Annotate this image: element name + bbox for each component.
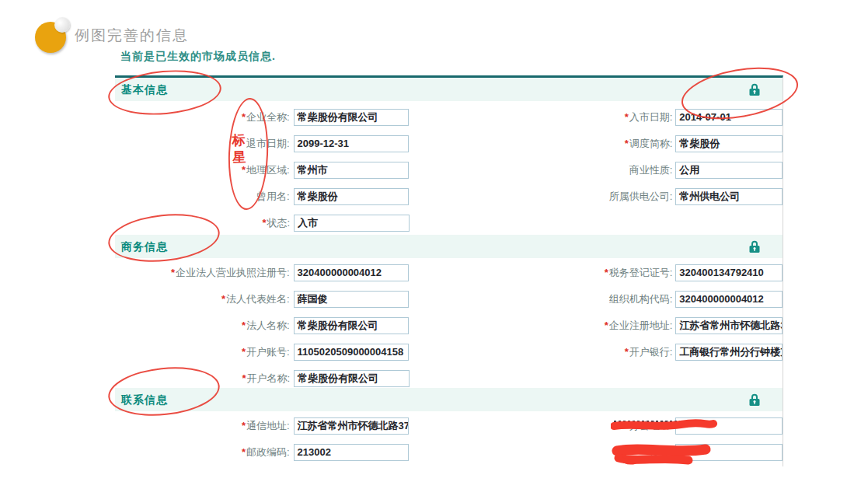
field-label-text: 所属供电公司: <box>609 190 673 202</box>
field-value: 江苏省常州市怀德北路37号 <box>676 318 783 334</box>
text-input[interactable]: 常柴股份有限公司 <box>294 370 410 387</box>
field-label: *开户银行: <box>409 344 672 361</box>
field-value: 常柴股份 <box>295 189 338 204</box>
field-value: 320400000004012 <box>295 265 382 281</box>
text-input[interactable]: 常柴股份有限公司 <box>294 317 410 334</box>
required-asterisk: * <box>242 446 246 458</box>
logo-small-circle-icon <box>54 17 70 33</box>
text-input[interactable]: 江苏省常州市怀德北路37号 <box>675 317 783 334</box>
handwritten-note: 标星 <box>232 132 249 167</box>
lock-icon[interactable] <box>748 393 761 407</box>
page-title: 例图完善的信息 <box>75 26 189 46</box>
field-value: 入市 <box>295 215 318 231</box>
text-input[interactable]: 常柴股份 <box>675 135 783 152</box>
text-input[interactable]: 320400134792410 <box>675 264 783 281</box>
field-label-text: 税务登记证号: <box>609 267 673 278</box>
form-row: *企业全称:常柴股份有限公司*入市日期:2014-07-01 <box>115 109 783 126</box>
required-asterisk: * <box>625 111 629 123</box>
required-asterisk: * <box>262 217 266 229</box>
field-label-text: 开户银行: <box>629 346 673 358</box>
field-value: 213002 <box>295 445 331 460</box>
member-info-panel: 基本信息 *企业全称:常柴股份有限公司*入市日期:2014-07-01退市日期:… <box>115 75 783 466</box>
field-value: 320400000004012 <box>676 292 763 307</box>
field-label: *通信地址: <box>115 417 290 435</box>
required-asterisk: * <box>625 138 629 149</box>
field-label: *法人代表姓名: <box>115 291 290 308</box>
redaction-scribble-fax <box>611 442 729 470</box>
field-label-text: 通信地址: <box>246 420 290 431</box>
field-label: *法人名称: <box>115 317 290 334</box>
field-label-text: 法人代表姓名: <box>226 293 290 305</box>
field-value: 常柴股份 <box>676 136 720 152</box>
app-logo <box>35 20 75 54</box>
field-value: 工商银行常州分行钟楼支行 <box>676 344 783 360</box>
field-value: 320400134792410 <box>676 265 763 281</box>
field-value: 2099-12-31 <box>295 136 350 152</box>
text-input[interactable]: 公用 <box>675 162 783 179</box>
field-label-text: 开户名称: <box>246 372 290 384</box>
field-value: 常柴股份有限公司 <box>295 371 378 386</box>
lock-icon[interactable] <box>748 240 761 253</box>
field-label-text: 企业法人营业执照注册号: <box>176 267 290 278</box>
text-input[interactable]: 入市 <box>294 215 410 232</box>
field-label-text: 状态: <box>267 217 290 229</box>
field-label-text: 商业性质: <box>629 164 673 176</box>
required-asterisk: * <box>242 346 246 358</box>
required-asterisk: * <box>171 267 175 278</box>
empty-cell <box>677 371 783 386</box>
text-input[interactable]: 1105020509000004158 <box>294 344 410 361</box>
text-input[interactable]: 常柴股份有限公司 <box>294 109 410 126</box>
form-row: *企业法人营业执照注册号:320400000004012*税务登记证号:3204… <box>115 264 783 281</box>
form-row: *地理区域:常州市商业性质:公用 <box>115 162 783 179</box>
field-label: 组织机构代码: <box>409 291 672 308</box>
field-label-text: 邮政编码: <box>246 446 290 458</box>
field-label: *开户账号: <box>115 344 290 361</box>
form-row: *法人代表姓名:薛国俊组织机构代码:320400000004012 <box>115 291 783 308</box>
field-label-text: 开户账号: <box>246 346 290 358</box>
field-value: 江苏省常州市怀德北路37号 <box>295 418 410 434</box>
text-input[interactable]: 213002 <box>294 444 410 461</box>
field-value: 常州供电公司 <box>676 189 740 204</box>
required-asterisk: * <box>221 293 225 305</box>
required-asterisk: * <box>605 320 608 331</box>
field-label: *入市日期: <box>409 109 672 126</box>
text-input[interactable]: 薛国俊 <box>294 291 410 308</box>
field-value: 常柴股份有限公司 <box>295 318 378 334</box>
field-label: *企业注册地址: <box>409 317 672 334</box>
field-label-text: 组织机构代码: <box>609 293 673 305</box>
field-label: *企业法人营业执照注册号: <box>115 264 290 281</box>
text-input[interactable]: 2099-12-31 <box>294 135 410 152</box>
text-input[interactable]: 常州市 <box>294 162 410 179</box>
text-input[interactable]: 常州供电公司 <box>675 188 783 205</box>
required-asterisk: * <box>605 267 608 278</box>
text-input[interactable]: 工商银行常州分行钟楼支行 <box>675 344 783 361</box>
text-input[interactable]: 常柴股份 <box>294 188 410 205</box>
field-label-text: 法人名称: <box>246 320 290 331</box>
field-label: *调度简称: <box>409 135 672 152</box>
field-label-text: 企业注册地址: <box>609 320 673 331</box>
field-value: 常州市 <box>295 162 328 178</box>
text-input[interactable]: 320400000004012 <box>675 291 783 308</box>
form-row: 曾用名:常柴股份所属供电公司:常州供电公司 <box>115 188 783 205</box>
required-asterisk: * <box>242 420 246 431</box>
field-label: 所属供电公司: <box>409 188 672 205</box>
field-label: *税务登记证号: <box>409 264 672 281</box>
form-row: *法人名称:常柴股份有限公司*企业注册地址:江苏省常州市怀德北路37号 <box>115 317 783 334</box>
required-asterisk: * <box>625 346 629 358</box>
required-asterisk: * <box>242 320 246 331</box>
text-input[interactable]: 320400000004012 <box>294 264 410 281</box>
required-asterisk: * <box>242 372 246 384</box>
field-label: *邮政编码: <box>115 444 290 461</box>
redaction-scribble-phone <box>611 418 720 432</box>
field-value: 公用 <box>676 162 699 178</box>
field-value: 薛国俊 <box>295 292 328 307</box>
field-value: 常柴股份有限公司 <box>295 110 378 125</box>
field-label-text: 入市日期: <box>629 111 673 123</box>
form-row: 退市日期:2099-12-31*调度简称:常柴股份 <box>115 135 783 152</box>
text-input[interactable]: 江苏省常州市怀德北路37号 <box>294 417 410 435</box>
field-label: 曾用名: <box>115 188 290 205</box>
field-value: 1105020509000004158 <box>295 344 404 360</box>
field-label-text: 调度简称: <box>629 138 673 149</box>
field-label: 商业性质: <box>409 162 672 179</box>
page-subtitle: 当前是已生效的市场成员信息. <box>120 50 276 64</box>
